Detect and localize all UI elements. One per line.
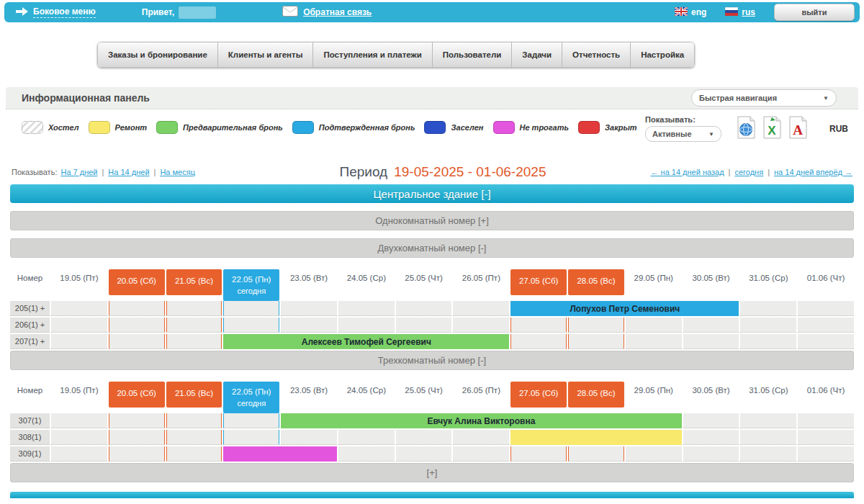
day-cell[interactable] [338,446,395,462]
room-label[interactable]: 206(1) + [10,318,50,333]
period-nav-link[interactable]: ← на 14 дней назад [651,168,724,176]
day-cell[interactable] [510,318,567,333]
logout-button[interactable]: выйти [774,4,855,21]
day-cell[interactable] [798,301,854,316]
booking-bar-do_not_touch[interactable] [223,446,337,462]
day-cell[interactable] [798,446,854,462]
day-cell[interactable] [568,318,624,333]
pdf-export-icon[interactable]: A [788,116,808,142]
excel-export-icon[interactable]: X [762,116,782,142]
day-cell[interactable] [626,334,682,349]
filter-dropdown[interactable]: Активные ▼ [645,126,721,142]
day-cell[interactable] [281,301,337,316]
day-cell[interactable] [281,430,337,445]
nav-tab[interactable]: Отчетность [562,42,631,67]
period-range-link[interactable]: На 14 дней [98,168,150,176]
nav-tab[interactable]: Пользователи [433,42,513,67]
period-range-link[interactable]: На 7 дней [60,168,97,176]
day-cell[interactable] [166,430,222,445]
room-label[interactable]: 207(1) + [10,334,50,349]
day-cell[interactable] [166,446,222,462]
day-cell[interactable] [166,334,222,349]
day-cell[interactable] [683,413,739,428]
day-cell[interactable] [453,446,509,462]
day-cell[interactable] [740,430,796,445]
day-cell[interactable] [109,430,165,445]
day-cell[interactable] [568,334,624,349]
side-menu-button[interactable]: Боковое меню [16,6,96,18]
section-header-double-room[interactable]: Двухкомнатный номер [-] [10,238,854,258]
day-cell[interactable] [223,318,279,333]
day-cell[interactable] [166,318,222,333]
next-building-header-cutoff[interactable] [10,492,854,498]
day-cell[interactable] [683,446,739,462]
day-cell[interactable] [338,301,395,316]
nav-tab[interactable]: Клиенты и агенты [218,42,314,67]
period-range-link[interactable]: На месяц [150,168,195,176]
day-cell[interactable] [166,413,222,428]
day-cell[interactable] [453,301,509,316]
expand-more-bar[interactable]: [+] [10,463,854,482]
day-cell[interactable] [109,446,165,462]
day-cell[interactable] [51,413,107,428]
day-cell[interactable] [223,413,279,428]
lang-eng-link[interactable]: eng [675,7,706,18]
day-cell[interactable] [683,430,739,445]
day-cell[interactable] [740,301,796,316]
day-cell[interactable] [626,446,682,462]
room-label[interactable]: 307(1) [10,413,50,428]
day-cell[interactable] [798,413,854,428]
day-cell[interactable] [166,301,222,316]
day-cell[interactable] [51,301,107,316]
day-cell[interactable] [798,318,854,333]
day-cell[interactable] [453,430,509,445]
day-cell[interactable] [740,446,796,462]
day-cell[interactable] [396,301,452,316]
day-cell[interactable] [396,318,452,333]
period-nav-link[interactable]: на 14 дней вперёд → [763,168,852,176]
nav-tab[interactable]: Заказы и бронирование [98,42,218,67]
day-cell[interactable] [683,334,739,349]
nav-tab[interactable]: Настройка [631,42,694,67]
day-cell[interactable] [109,318,165,333]
section-header-triple-room[interactable]: Трехкомнатный номер [-] [10,351,854,370]
booking-bar-preliminary[interactable]: Евчук Алина Викторовна [281,413,682,428]
day-cell[interactable] [683,318,739,333]
room-label[interactable]: 205(1) + [10,301,50,316]
room-label[interactable]: 308(1) [10,430,50,445]
day-cell[interactable] [510,446,567,462]
day-cell[interactable] [338,430,395,445]
day-cell[interactable] [740,318,796,333]
day-cell[interactable] [740,413,796,428]
day-cell[interactable] [740,334,796,349]
building-header[interactable]: Центральное здание [-] [10,184,854,203]
day-cell[interactable] [453,318,509,333]
day-cell[interactable] [626,318,682,333]
feedback-link[interactable]: Обратная связь [282,6,372,19]
period-nav-link[interactable]: сегодня [724,168,764,176]
day-cell[interactable] [798,430,854,445]
day-cell[interactable] [51,318,107,333]
nav-tab[interactable]: Задачи [512,42,562,67]
day-cell[interactable] [223,430,279,445]
section-header-single-room[interactable]: Однокомнатный номер [+] [10,211,854,230]
day-cell[interactable] [109,301,165,316]
quick-nav-dropdown[interactable]: Быстрая навигация ▼ [691,89,837,107]
html-export-icon[interactable] [736,116,756,142]
day-cell[interactable] [568,446,624,462]
day-cell[interactable] [510,334,567,349]
booking-bar-confirmed[interactable]: Лопухов Петр Семенович [510,301,739,316]
nav-tab[interactable]: Поступления и платежи [313,42,432,67]
day-cell[interactable] [51,334,107,349]
day-cell[interactable] [109,413,165,428]
booking-bar-preliminary[interactable]: Алексеев Тимофей Сергеевич [223,334,509,349]
day-cell[interactable] [51,430,107,445]
day-cell[interactable] [396,430,452,445]
lang-rus-link[interactable]: rus [725,7,755,18]
day-cell[interactable] [51,446,107,462]
room-label[interactable]: 309(1) [10,446,50,462]
day-cell[interactable] [281,318,337,333]
day-cell[interactable] [109,334,165,349]
day-cell[interactable] [396,446,452,462]
day-cell[interactable] [798,334,854,349]
